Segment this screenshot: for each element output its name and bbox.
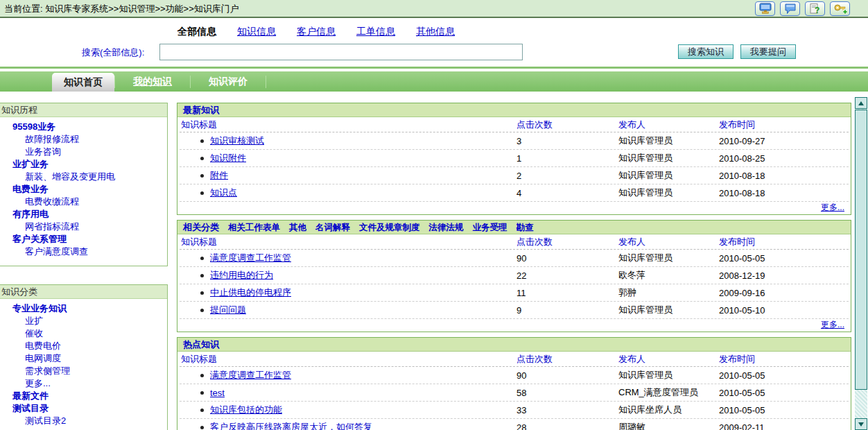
category-link-regulations[interactable]: 文件及规章制度: [359, 221, 420, 234]
knowledge-title-link[interactable]: test: [210, 388, 225, 398]
bullet-icon: [200, 274, 204, 277]
tab-customer-info[interactable]: 客户信息: [297, 26, 336, 38]
cell-publisher: 知识库管理员: [618, 169, 719, 182]
category-link-survey[interactable]: 勘查: [517, 221, 534, 234]
sidebar-item-fee-price[interactable]: 电费电价: [0, 340, 167, 352]
sidebar-item-business-consult[interactable]: 业务咨询: [0, 146, 167, 158]
cell-date: 2010-09-27: [719, 136, 849, 146]
more-link[interactable]: 更多...: [821, 320, 844, 329]
remote-desktop-button[interactable]: [755, 1, 775, 16]
sidebar-item-95598[interactable]: 95598业务: [0, 121, 167, 133]
knowledge-title-link[interactable]: 提问问题: [210, 304, 246, 316]
sidebar-item-orderly-power[interactable]: 有序用电: [0, 208, 167, 221]
knowledge-title-link[interactable]: 知识附件: [210, 152, 246, 164]
search-input[interactable]: [159, 44, 523, 60]
nav-tab-knowledge-home[interactable]: 知识首页: [52, 73, 114, 92]
main-content: 最新知识 知识标题 点击次数 发布人 发布时间 知识审核测试 3 知识库管理员 …: [177, 103, 851, 430]
scroll-up-button[interactable]: [855, 97, 867, 109]
table-row: 知识点 4 知识库管理员 2010-08-18: [180, 184, 849, 202]
category-link-worksheet[interactable]: 相关工作表单: [228, 221, 280, 234]
sidebar-item-collection[interactable]: 催收: [0, 327, 167, 340]
knowledge-title-link[interactable]: 满意度调查工作监管: [210, 252, 291, 264]
table-row: 知识库包括的功能 33 知识库坐席人员 2010-05-05: [180, 402, 849, 419]
tab-other-info[interactable]: 其他信息: [416, 26, 455, 38]
col-date: 发布时间: [719, 236, 849, 248]
nav-tab-knowledge-rating[interactable]: 知识评价: [191, 71, 266, 92]
sidebar-item-satisfaction-survey[interactable]: 客户满意度调查: [0, 246, 167, 258]
col-clicks: 点击次数: [517, 119, 618, 131]
sidebar-item-latest-files[interactable]: 最新文件: [0, 390, 167, 402]
bullet-icon: [200, 174, 204, 178]
table-row: 满意度调查工作监管 90 知识库管理员 2010-05-05: [180, 367, 849, 384]
nav-tab-my-knowledge[interactable]: 我的知识: [115, 71, 190, 92]
sidebar-item-grid-dispatch[interactable]: 电网调度: [0, 352, 167, 365]
sidebar-item-more[interactable]: 更多...: [0, 377, 167, 390]
tab-workorder-info[interactable]: 工单信息: [356, 26, 395, 38]
divider-line: [0, 67, 868, 69]
sidebar-item-yekuo[interactable]: 业扩: [0, 315, 167, 327]
tab-knowledge-info[interactable]: 知识信息: [237, 26, 276, 38]
ask-question-button[interactable]: 我要提问: [740, 44, 796, 59]
sidebar-item-crm[interactable]: 客户关系管理: [0, 233, 167, 246]
sidebar-item-test-dir[interactable]: 测试目录: [0, 402, 167, 415]
category-link-acceptance[interactable]: 业务受理: [473, 221, 507, 234]
cell-clicks: 1: [517, 153, 618, 164]
arrow-down-icon: [858, 422, 864, 427]
chat-button[interactable]: [780, 1, 800, 16]
sidebar-item-electric-fee[interactable]: 电费业务: [0, 183, 167, 196]
cell-title: 知识附件: [180, 152, 517, 164]
sidebar-item-grid-index[interactable]: 网省指标流程: [0, 221, 167, 233]
cell-clicks: 58: [517, 388, 618, 398]
cell-title: 满意度调查工作监管: [180, 369, 517, 381]
knowledge-title-link[interactable]: 知识审核测试: [210, 135, 264, 147]
cell-clicks: 33: [517, 405, 618, 415]
nav-separator: [266, 76, 266, 88]
knowledge-table: 知识标题 点击次数 发布人 发布时间 满意度调查工作监管 90 知识库管理员 2…: [177, 352, 851, 430]
category-link-other[interactable]: 其他: [289, 221, 306, 234]
sidebar-item-test-dir2[interactable]: 测试目录2: [0, 415, 167, 427]
sidebar-item-fee-collection[interactable]: 电费收缴流程: [0, 196, 167, 208]
category-link-glossary[interactable]: 名词解释: [315, 221, 350, 234]
knowledge-title-link[interactable]: 满意度调查工作监管: [210, 369, 291, 381]
col-title: 知识标题: [180, 353, 517, 366]
key-add-button[interactable]: [830, 1, 850, 16]
category-links: 相关工作表单 其他 名词解释 文件及规章制度 法律法规 业务受理 勘查: [228, 221, 534, 234]
knowledge-title-link[interactable]: 知识库包括的功能: [210, 404, 282, 416]
cell-date: 2010-08-25: [719, 153, 849, 164]
vertical-scrollbar[interactable]: [855, 97, 867, 430]
cell-publisher: 欧冬萍: [618, 269, 719, 282]
cell-clicks: 28: [517, 422, 618, 430]
sidebar-item-demand-side[interactable]: 需求侧管理: [0, 365, 167, 377]
knowledge-title-link[interactable]: 附件: [210, 169, 228, 182]
scroll-down-button[interactable]: [855, 418, 867, 430]
sidebar-item-new-install[interactable]: 新装、增容及变更用电: [0, 171, 167, 183]
bullet-icon: [200, 291, 204, 295]
tab-all-info[interactable]: 全部信息: [177, 26, 216, 38]
table-header-row: 知识标题 点击次数 发布人 发布时间: [180, 234, 849, 250]
cell-title: 中止供电的停电程序: [180, 286, 517, 299]
scroll-thumb[interactable]: [855, 110, 867, 390]
knowledge-title-link[interactable]: 知识点: [210, 187, 237, 199]
more-row: 更多...: [180, 202, 849, 214]
cell-date: 2008-12-19: [719, 270, 849, 281]
sidebar-item-professional-knowledge[interactable]: 专业业务知识: [0, 302, 167, 315]
search-knowledge-button[interactable]: 搜索知识: [678, 44, 734, 59]
cell-clicks: 90: [517, 253, 618, 264]
knowledge-title-link[interactable]: 客户反映高压线路离房屋太近，如何答复: [210, 421, 372, 430]
cell-clicks: 3: [517, 136, 618, 146]
bullet-icon: [200, 157, 204, 160]
category-link-laws[interactable]: 法律法规: [429, 221, 464, 234]
cell-date: 2010-08-18: [719, 171, 849, 181]
cell-date: 2010-08-18: [719, 188, 849, 198]
cell-title: 客户反映高压线路离房屋太近，如何答复: [180, 421, 517, 430]
table-header-row: 知识标题 点击次数 发布人 发布时间: [180, 117, 849, 132]
more-link[interactable]: 更多...: [821, 203, 844, 212]
bullet-icon: [200, 191, 204, 195]
col-clicks: 点击次数: [517, 236, 618, 248]
help-button[interactable]: ?: [805, 1, 825, 16]
panel-hot-knowledge: 热点知识 知识标题 点击次数 发布人 发布时间 满意度调查工作监管 90 知识库…: [177, 337, 851, 430]
knowledge-title-link[interactable]: 违约用电的行为: [210, 269, 273, 282]
sidebar-item-expansion[interactable]: 业扩业务: [0, 158, 167, 171]
sidebar-item-fault-repair[interactable]: 故障报修流程: [0, 133, 167, 146]
knowledge-title-link[interactable]: 中止供电的停电程序: [210, 286, 291, 299]
